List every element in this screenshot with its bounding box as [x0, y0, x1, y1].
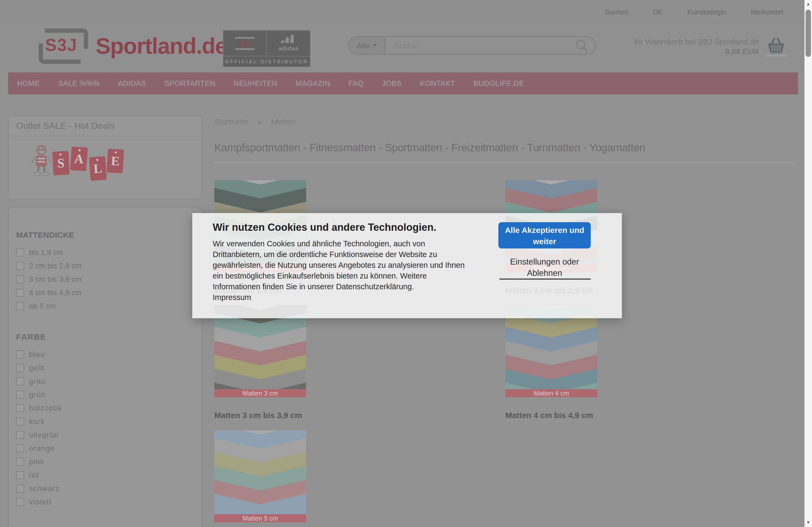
- checkbox-icon[interactable]: [16, 471, 24, 479]
- nav-item-budolife-de[interactable]: BUDOLIFE.DE: [464, 79, 533, 88]
- filter-heading-mattendicke: MATTENDICKE: [16, 230, 194, 239]
- filter-heading-farbe: FARBE: [16, 332, 194, 341]
- filter-option-3-cm-bis-3-9-cm[interactable]: 3 cm bis 3,9 cm: [16, 275, 194, 283]
- product-title[interactable]: Matten 3 cm bis 3,9 cm: [214, 410, 306, 420]
- scrollbar-thumb[interactable]: [806, 10, 811, 57]
- accept-all-button[interactable]: Alle Akzeptieren und weiter: [498, 222, 591, 249]
- cart-text: Ihr Warenkorb bei SBJ-Sportland.de 0,00 …: [634, 37, 759, 56]
- checkbox-icon[interactable]: [16, 484, 24, 492]
- badge-cells: S3J adidas: [223, 31, 310, 56]
- nav-item-home[interactable]: HOME: [8, 79, 49, 88]
- sale-tag-letter: A: [70, 147, 88, 171]
- topbar-link-de[interactable]: DE: [653, 8, 663, 16]
- checkbox-icon[interactable]: [16, 404, 24, 412]
- scrollbar[interactable]: ▲ ▼: [804, 0, 812, 527]
- checkbox-icon[interactable]: [16, 498, 24, 506]
- nav-item-faq[interactable]: FAQ: [339, 79, 373, 88]
- filter-option-rot[interactable]: rot: [16, 471, 194, 479]
- filter-option-schwarz[interactable]: schwarz: [16, 485, 194, 492]
- checkbox-icon[interactable]: [16, 417, 24, 425]
- topbar-link-merkzettel[interactable]: Merkzettel: [751, 8, 783, 16]
- filter-option-orange[interactable]: orange: [16, 445, 194, 452]
- nav-item-sportarten[interactable]: SPORTARTEN: [156, 79, 225, 88]
- dialog-divider: [499, 278, 591, 280]
- filter-option-grau[interactable]: grau: [16, 377, 194, 385]
- nav-item-adidas[interactable]: ADIDAS: [109, 79, 155, 88]
- cart-line1: Ihr Warenkorb bei SBJ-Sportland.de: [634, 37, 759, 47]
- nav-item-neuheiten[interactable]: NEUHEITEN: [224, 79, 287, 88]
- topbar-links: SuchenDEKundenloginMerkzettel: [605, 0, 783, 24]
- checkbox-icon[interactable]: [16, 390, 24, 398]
- product-image[interactable]: Matten 4 cm: [505, 305, 597, 397]
- checkbox-icon[interactable]: [16, 261, 24, 270]
- filter-option-4-cm-bis-4-9-cm[interactable]: 4 cm bis 4,9 cm: [16, 289, 194, 296]
- basket-dotted-underline: [766, 55, 786, 56]
- impressum-link[interactable]: Impressum: [213, 292, 468, 303]
- search-icon[interactable]: [575, 39, 589, 52]
- filter-option-2-cm-bis-2-9-cm[interactable]: 2 cm bis 2,9 cm: [16, 262, 194, 269]
- filter-option-olivgrün[interactable]: olivgrün: [16, 431, 194, 438]
- filter-option-grün[interactable]: grün: [16, 391, 194, 398]
- badge-adidas-cell: adidas: [266, 31, 310, 56]
- product-image[interactable]: Matten 5 cm: [214, 431, 306, 522]
- filter-option-label: pink: [29, 457, 45, 466]
- filter-option-bis-1-9-cm[interactable]: bis 1,9 cm: [16, 249, 194, 256]
- nav-item-magazin[interactable]: MAGAZIN: [287, 79, 339, 88]
- checkbox-icon[interactable]: [16, 444, 24, 452]
- filter-option-label: orange: [29, 444, 55, 452]
- scrollbar-up-arrow[interactable]: ▲: [804, 1, 812, 7]
- product-card[interactable]: Matten 5 cm: [214, 431, 306, 522]
- nav-item-sale-[interactable]: SALE %%%: [49, 79, 109, 88]
- product-band-label: Matten 3 cm: [214, 389, 306, 397]
- checkbox-icon[interactable]: [16, 431, 24, 439]
- outlet-sale-box: Outlet SALE - Hot Deals SALE: [8, 115, 202, 200]
- search-input[interactable]: [386, 41, 575, 50]
- shop-logo[interactable]: S3J Sportland.de: [38, 27, 227, 65]
- checkbox-icon[interactable]: [16, 288, 24, 297]
- filter-option-gelb[interactable]: gelb: [16, 364, 194, 371]
- basket-icon[interactable]: [766, 37, 786, 56]
- topbar-link-suchen[interactable]: Suchen: [605, 8, 628, 16]
- cart-amount: 0,00 EUR: [634, 47, 759, 56]
- product-card[interactable]: Matten 3 cmMatten 3 cm bis 3,9 cm: [214, 305, 306, 420]
- product-image[interactable]: Matten 3 cm: [214, 305, 306, 397]
- filter-option-label: violett: [29, 497, 52, 506]
- scrollbar-down-arrow[interactable]: ▼: [804, 520, 812, 526]
- filter-option-ab-5-cm[interactable]: ab 5 cm: [16, 302, 194, 310]
- product-card[interactable]: Matten 4 cmMatten 4 cm bis 4,9 cm: [505, 305, 597, 420]
- filter-option-label: bis 1,9 cm: [29, 248, 63, 257]
- filter-option-violett[interactable]: violett: [16, 498, 194, 506]
- filter-option-kork[interactable]: kork: [16, 418, 194, 425]
- product-title[interactable]: Matten 4 cm bis 4,9 cm: [505, 410, 597, 420]
- checkbox-icon[interactable]: [16, 364, 24, 372]
- topbar-link-kundenlogin[interactable]: Kundenlogin: [687, 8, 726, 16]
- checkbox-icon[interactable]: [16, 302, 24, 310]
- search-category-dropdown[interactable]: Alle: [349, 37, 386, 54]
- chevron-down-icon: [373, 44, 377, 47]
- filter-option-label: ab 5 cm: [29, 302, 56, 310]
- filter-option-label: grau: [29, 377, 46, 385]
- checkbox-icon[interactable]: [16, 248, 24, 256]
- settings-or-decline-link[interactable]: Einstellungen oder Ablehnen: [493, 256, 596, 278]
- page-root: SuchenDEKundenloginMerkzettel S3J Sportl…: [0, 0, 812, 527]
- nav-item-jobs[interactable]: JOBS: [373, 79, 411, 88]
- sbj-logo-icon: S3J: [38, 27, 89, 65]
- checkbox-icon[interactable]: [16, 457, 24, 466]
- filter-option-label: rot: [29, 471, 39, 479]
- breadcrumb-matten: Matten: [271, 117, 296, 126]
- filter-option-blau[interactable]: blau: [16, 350, 194, 358]
- checkbox-icon[interactable]: [16, 350, 24, 358]
- filter-option-holzoptik[interactable]: holzoptik: [16, 404, 194, 412]
- title-divider: [214, 163, 795, 163]
- checkbox-icon[interactable]: [16, 275, 24, 283]
- nav-item-kontakt[interactable]: KONTAKT: [411, 79, 464, 88]
- sale-tag-letter: L: [89, 156, 107, 181]
- sale-banner[interactable]: SALE: [9, 136, 201, 200]
- product-band-label: Matten 5 cm: [214, 514, 306, 522]
- cookie-dialog-title: Wir nutzen Cookies und andere Technologi…: [213, 222, 436, 234]
- checkbox-icon[interactable]: [16, 377, 24, 385]
- cart-widget[interactable]: Ihr Warenkorb bei SBJ-Sportland.de 0,00 …: [634, 37, 786, 56]
- filter-option-pink[interactable]: pink: [16, 458, 194, 465]
- breadcrumb-startseite[interactable]: Startseite: [214, 117, 248, 126]
- topbar: SuchenDEKundenloginMerkzettel: [0, 0, 804, 24]
